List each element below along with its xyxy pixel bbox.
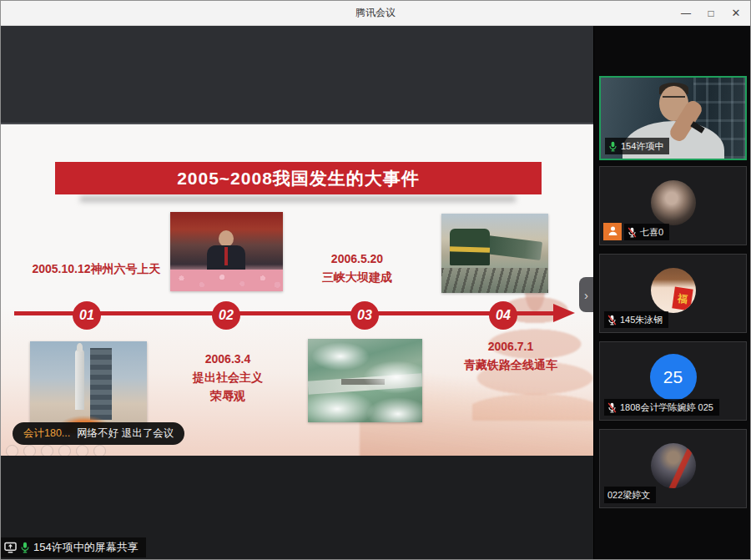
participant-name: 145朱泳钢 bbox=[620, 314, 663, 326]
rocket-tip bbox=[77, 343, 83, 351]
cloud bbox=[308, 391, 375, 422]
titlebar: 腾讯会议 — □ ✕ bbox=[1, 1, 750, 26]
participant-name: 1808会计学陈婉婷 025 bbox=[620, 401, 713, 414]
participant-label: 1808会计学陈婉婷 025 bbox=[604, 399, 719, 416]
banner-shadow bbox=[80, 196, 516, 202]
slideshow-control-dot bbox=[6, 445, 18, 456]
participant-name: 154许项中 bbox=[621, 140, 663, 153]
speech-tie bbox=[224, 247, 228, 265]
cloud bbox=[363, 361, 422, 394]
shared-slide: 2005~2008我国发生的大事件 01 02 03 04 2005.10.12… bbox=[1, 124, 593, 456]
speech-face bbox=[219, 230, 234, 247]
fu-card: 福 bbox=[672, 287, 693, 311]
slideshow-control-dot bbox=[93, 445, 106, 456]
mic-muted-icon bbox=[628, 227, 637, 238]
cloud bbox=[311, 342, 370, 371]
mic-muted-icon bbox=[607, 315, 617, 325]
slideshow-controls bbox=[6, 445, 106, 456]
timeline-node-03: 03 bbox=[350, 301, 379, 330]
screen-share-area: 2005~2008我国发生的大事件 01 02 03 04 2005.10.12… bbox=[1, 26, 593, 560]
slideshow-control-dot bbox=[23, 445, 36, 456]
image-rocket-launch bbox=[30, 341, 147, 433]
participant-tile[interactable]: 022梁婷文 bbox=[599, 429, 747, 508]
toast-notification: 会计180... 网络不好 退出了会议 bbox=[13, 422, 184, 445]
participant-tile[interactable]: 福 145朱泳钢 bbox=[599, 254, 747, 333]
event-text-rongruguan: 2006.3.4 提出社会主义 荣辱观 bbox=[169, 350, 286, 405]
participant-label: 154许项中 bbox=[605, 138, 669, 154]
slideshow-control-dot bbox=[76, 445, 88, 456]
toast-message: 网络不好 退出了会议 bbox=[77, 426, 174, 441]
chevron-right-icon: › bbox=[584, 289, 588, 301]
timeline-node-01: 01 bbox=[73, 301, 101, 330]
avatar-initial: 25 bbox=[650, 354, 697, 401]
timeline-arrow bbox=[553, 304, 575, 322]
hand-raised-badge bbox=[603, 223, 622, 240]
slideshow-control-dot bbox=[41, 445, 53, 456]
slide-title: 2005~2008我国发生的大事件 bbox=[177, 167, 420, 190]
timeline-node-02: 02 bbox=[212, 301, 240, 330]
train-cars bbox=[486, 235, 542, 260]
participant-label: 022梁婷文 bbox=[604, 487, 656, 503]
participant-label: 七喜0 bbox=[624, 224, 669, 240]
participant-label: 145朱泳钢 bbox=[604, 311, 668, 328]
minimize-button[interactable]: — bbox=[673, 1, 698, 26]
close-icon: ✕ bbox=[732, 7, 741, 19]
person-icon bbox=[607, 225, 618, 240]
slideshow-control-dot bbox=[58, 445, 71, 456]
node-number: 01 bbox=[79, 308, 94, 323]
sidebar-collapse-handle[interactable]: › bbox=[579, 277, 593, 312]
minimize-icon: — bbox=[681, 8, 691, 19]
cloud bbox=[366, 397, 422, 422]
image-leader-speech bbox=[170, 212, 283, 291]
maximize-icon: □ bbox=[708, 8, 713, 19]
event-text-shenzhou6: 2005.10.12神州六号上天 bbox=[19, 260, 174, 278]
maximize-button[interactable]: □ bbox=[698, 1, 723, 26]
participant-name: 七喜0 bbox=[640, 226, 663, 239]
timeline-node-04: 04 bbox=[489, 301, 517, 330]
rocket-body bbox=[75, 350, 84, 410]
window-controls: — □ ✕ bbox=[673, 1, 748, 26]
node-number: 03 bbox=[357, 308, 372, 323]
slide-title-banner: 2005~2008我国发生的大事件 bbox=[55, 162, 542, 194]
node-number: 04 bbox=[496, 308, 511, 323]
mic-on-icon bbox=[20, 542, 30, 553]
participant-name: 022梁婷文 bbox=[607, 489, 650, 502]
avatar: 福 bbox=[651, 268, 696, 313]
video-person-glasses bbox=[663, 96, 685, 102]
avatar bbox=[651, 180, 696, 225]
window-title: 腾讯会议 bbox=[355, 6, 396, 20]
train-tracks bbox=[441, 268, 548, 293]
mic-on-icon bbox=[608, 141, 617, 152]
node-number: 02 bbox=[219, 308, 234, 323]
mic-muted-icon bbox=[607, 402, 617, 413]
image-qinghai-tibet-train bbox=[441, 214, 548, 293]
event-text-sanxia: 2006.5.20 三峡大坝建成 bbox=[295, 250, 420, 286]
participants-sidebar: 154许项中 七喜0 福 bbox=[593, 26, 751, 560]
participant-tile[interactable]: 七喜0 bbox=[599, 166, 747, 245]
speech-flowers bbox=[170, 270, 283, 291]
participant-tile-video[interactable]: 154许项中 bbox=[599, 76, 747, 160]
event-text-qingzang: 2006.7.1 青藏铁路全线通车 bbox=[436, 337, 586, 374]
toast-participant-name: 会计180... bbox=[23, 426, 70, 441]
share-banner-label: 154许项中的屏幕共享 bbox=[33, 540, 139, 555]
share-top-band bbox=[1, 26, 593, 124]
participant-tile[interactable]: 25 1808会计学陈婉婷 025 bbox=[599, 341, 747, 421]
avatar bbox=[651, 443, 696, 488]
image-three-gorges-dam bbox=[308, 339, 422, 422]
tencent-meeting-window: 腾讯会议 — □ ✕ 2005~2008我国发生的大事件 01 02 03 04 bbox=[0, 0, 751, 560]
screen-share-banner: 154许项中的屏幕共享 bbox=[1, 537, 146, 557]
close-button[interactable]: ✕ bbox=[723, 1, 748, 26]
screen-share-icon bbox=[4, 542, 17, 553]
